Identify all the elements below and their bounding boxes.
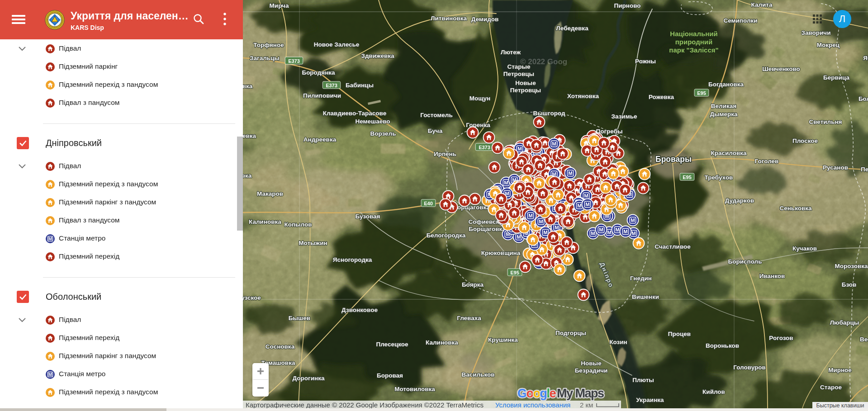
- svg-text:Богдановка: Богдановка: [708, 81, 744, 88]
- svg-text:Мотовиловка: Мотовиловка: [394, 386, 435, 392]
- svg-text:Рожны: Рожны: [635, 58, 656, 65]
- svg-text:Глеваха: Глеваха: [457, 315, 481, 321]
- svg-text:Литвиновка: Литвиновка: [431, 15, 467, 22]
- svg-text:Иванков: Иванков: [759, 273, 785, 279]
- svg-text:Яблоновка: Яблоновка: [863, 55, 868, 61]
- svg-text:Бышев: Бышев: [289, 315, 310, 321]
- svg-text:Козин: Козин: [609, 339, 627, 345]
- svg-text:Лютеж: Лютеж: [501, 49, 521, 56]
- svg-text:GoogleMy Maps: GoogleMy Maps: [517, 387, 604, 400]
- svg-text:Клавдиево-Тарасове: Клавдиево-Тарасове: [323, 110, 387, 117]
- svg-text:E95: E95: [683, 175, 692, 180]
- svg-text:Загальцы: Загальцы: [250, 55, 280, 61]
- svg-text:Пилиповичи: Пилиповичи: [303, 92, 341, 99]
- svg-text:узское: узское: [243, 294, 261, 301]
- svg-text:E95: E95: [510, 270, 519, 275]
- svg-text:Бузовая: Бузовая: [356, 213, 380, 220]
- svg-text:Немешаево: Немешаево: [355, 118, 390, 125]
- svg-text:Шевченково: Шевченково: [762, 66, 800, 72]
- svg-text:Зазимье: Зазимье: [612, 113, 637, 120]
- svg-text:Мощун: Мощун: [470, 95, 491, 102]
- svg-text:Буча: Буча: [428, 128, 443, 134]
- svg-text:вка: вка: [243, 172, 252, 179]
- svg-text:Сосновка: Сосновка: [266, 343, 295, 350]
- svg-text:Борисполь: Борисполь: [728, 258, 762, 265]
- svg-text:Дзвонковое: Дзвонковое: [342, 307, 378, 313]
- svg-text:Петровцы: Петровцы: [510, 87, 541, 94]
- svg-text:Мокрец: Мокрец: [817, 42, 840, 48]
- svg-text:Любарцы: Любарцы: [830, 319, 859, 326]
- svg-text:Сеньковка: Сеньковка: [779, 205, 812, 212]
- svg-text:Красиловка: Красиловка: [711, 150, 747, 156]
- svg-text:Бол: Бол: [859, 95, 868, 102]
- svg-text:Дударков: Дударков: [725, 197, 754, 204]
- svg-text:Новые: Новые: [515, 80, 536, 86]
- svg-text:Національний: Національний: [670, 30, 717, 38]
- svg-text:Подгорцы: Подгорцы: [555, 330, 586, 336]
- svg-text:Боярка: Боярка: [462, 281, 484, 288]
- svg-text:Лебедевка: Лебедевка: [556, 25, 588, 32]
- svg-text:Перемога: Перемога: [861, 166, 868, 173]
- svg-text:Ясногородка: Ясногородка: [333, 256, 372, 263]
- svg-text:E373: E373: [479, 145, 490, 150]
- svg-text:E95: E95: [697, 90, 706, 96]
- svg-text:Торфяное: Торфяное: [253, 42, 284, 48]
- svg-text:Демидов: Демидов: [471, 16, 499, 23]
- svg-text:Дорогинка: Дорогинка: [293, 375, 325, 382]
- svg-text:Бзов: Бзов: [842, 281, 857, 288]
- svg-text:Вороньков: Вороньков: [706, 342, 739, 349]
- svg-text:Головуров: Головуров: [733, 364, 766, 371]
- svg-text:Здвижевка: Здвижевка: [361, 52, 394, 59]
- svg-text:Петровцы: Петровцы: [503, 71, 534, 77]
- svg-text:Украинка: Украинка: [636, 397, 664, 403]
- svg-text:парк "Залісся": парк "Залісся": [669, 46, 718, 54]
- svg-text:Новые: Новые: [581, 360, 602, 367]
- svg-text:Русанов: Русанов: [823, 164, 848, 171]
- svg-text:E373: E373: [288, 58, 300, 64]
- svg-text:Мирча: Мирча: [270, 2, 289, 9]
- svg-text:Бабинцы: Бабинцы: [346, 82, 374, 89]
- svg-text:природний: природний: [675, 38, 713, 46]
- svg-text:Вишенки: Вишенки: [632, 293, 659, 300]
- svg-text:Пирново: Пирново: [614, 2, 640, 9]
- svg-text:Копылов: Копылов: [284, 221, 312, 228]
- svg-text:Андреевка: Андреевка: [304, 136, 337, 143]
- svg-text:Морозовка: Морозовка: [835, 263, 868, 269]
- svg-text:Старое: Старое: [820, 384, 842, 391]
- svg-text:Калиновка: Калиновка: [249, 218, 281, 225]
- svg-text:Крюковщина: Крюковщина: [481, 250, 521, 256]
- svg-text:Мотыжин: Мотыжин: [299, 240, 327, 246]
- svg-text:Великая: Великая: [711, 103, 736, 109]
- svg-text:Рожевка: Рожевка: [649, 94, 674, 100]
- svg-text:Васильков: Васильков: [461, 371, 494, 378]
- svg-text:Борщаговка: Борщаговка: [469, 226, 506, 232]
- svg-text:Процев: Процев: [668, 331, 691, 337]
- svg-text:Бервица: Бервица: [823, 74, 850, 81]
- svg-text:© 2022 Goog: © 2022 Goog: [520, 57, 567, 66]
- svg-text:Рогозов: Рогозов: [769, 335, 793, 341]
- svg-text:Бровары: Бровары: [655, 155, 692, 164]
- svg-text:Хотяновка: Хотяновка: [567, 93, 599, 99]
- svg-text:Счастливое: Счастливое: [655, 243, 691, 250]
- svg-text:Боровая: Боровая: [377, 372, 403, 379]
- svg-text:Безрадичи: Безрадичи: [575, 367, 608, 374]
- svg-text:Калита: Калита: [751, 1, 773, 8]
- svg-text:Вышгород: Вышгород: [533, 110, 565, 117]
- svg-text:Плюты: Плюты: [632, 377, 654, 383]
- svg-text:Кучаков: Кучаков: [792, 245, 817, 252]
- svg-text:Веселиновка: Веселиновка: [860, 336, 868, 343]
- svg-text:Дымерка: Дымерка: [710, 111, 738, 118]
- svg-text:Семиполки: Семиполки: [723, 17, 757, 24]
- svg-text:Ирпень: Ирпень: [434, 151, 456, 157]
- svg-text:Макаров: Макаров: [257, 190, 283, 197]
- svg-text:E373: E373: [326, 83, 337, 88]
- svg-text:Кийлов: Кийлов: [702, 388, 725, 395]
- svg-text:Требухов: Требухов: [705, 174, 733, 181]
- svg-text:Бородянка: Бородянка: [302, 69, 335, 76]
- svg-text:Мирное: Мирное: [828, 367, 852, 373]
- svg-text:Гнедин: Гнедин: [630, 275, 652, 282]
- svg-text:Белогородка: Белогородка: [427, 232, 466, 239]
- svg-text:Заворичи: Заворичи: [801, 29, 830, 36]
- svg-text:Плоское: Плоское: [792, 137, 818, 144]
- svg-text:M: M: [48, 236, 52, 241]
